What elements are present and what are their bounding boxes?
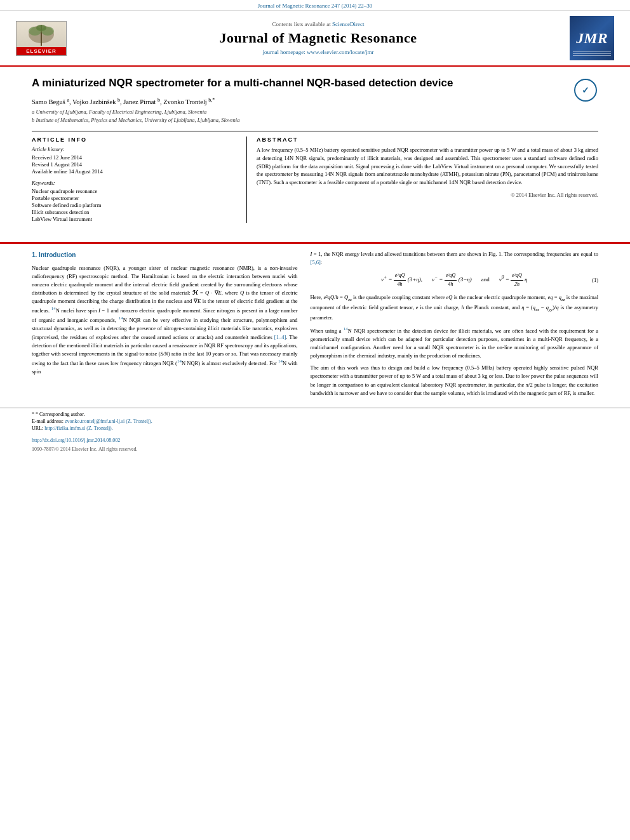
author-janez: Janez Pirnat b, bbox=[123, 98, 163, 105]
intro-para-5: The aim of this work was thus to design … bbox=[311, 364, 598, 397]
url-note: URL: http://fizika.imfm.si (Z. Trontelj)… bbox=[32, 425, 598, 431]
issn-line: 1090-7807/© 2014 Elsevier Inc. All right… bbox=[0, 445, 630, 453]
keyword-2: Portable spectrometer bbox=[32, 195, 237, 201]
email-label: E-mail address: bbox=[32, 418, 64, 424]
journal-citation: Journal of Magnetic Resonance 247 (2014)… bbox=[258, 3, 372, 9]
journal-title: Journal of Magnetic Resonance bbox=[220, 30, 417, 46]
doi-link[interactable]: http://dx.doi.org/10.1016/j.jmr.2014.08.… bbox=[32, 437, 120, 443]
formula-content: ν+ = e²qQ 4h (3+η), ν− = e²qQ 4h (3−η) a… bbox=[381, 272, 527, 288]
header-top: ELSEVIER Contents lists available at Sci… bbox=[0, 11, 630, 65]
corresponding-author-note: * * Corresponding author. bbox=[32, 411, 598, 417]
doi-line: http://dx.doi.org/10.1016/j.jmr.2014.08.… bbox=[0, 436, 630, 445]
footnotes: * * Corresponding author. E-mail address… bbox=[0, 408, 630, 436]
section-divider bbox=[0, 242, 630, 244]
keywords-label: Keywords: bbox=[32, 180, 237, 186]
author-samo: Samo Beguš a, bbox=[32, 98, 72, 105]
keyword-4: Illicit substances detection bbox=[32, 209, 237, 215]
svg-point-4 bbox=[36, 25, 46, 31]
jmr-logo-lines bbox=[573, 50, 611, 57]
contents-text: Contents lists available at bbox=[272, 21, 331, 27]
authors-line: Samo Beguš a, Vojko Jazbinšek b, Janez P… bbox=[32, 97, 598, 105]
keyword-1: Nuclear quadrupole resonance bbox=[32, 188, 237, 194]
body-content: 1. Introduction Nuclear quadrupole reson… bbox=[0, 250, 630, 401]
history-label: Article history: bbox=[32, 146, 237, 152]
copyright-line: © 2014 Elsevier Inc. All rights reserved… bbox=[257, 192, 598, 198]
paper-content: A miniaturized NQR spectrometer for a mu… bbox=[0, 67, 630, 236]
intro-para-4: When using a 14N NQR spectrometer in the… bbox=[311, 326, 598, 361]
formula-1: ν+ = e²qQ 4h (3+η), ν− = e²qQ 4h (3−η) a… bbox=[311, 272, 598, 288]
body-left-column: 1. Introduction Nuclear quadrupole reson… bbox=[32, 250, 298, 401]
article-history: Article history: Received 12 June 2014 R… bbox=[32, 146, 237, 175]
email-note: E-mail address: zvonko.trontelj@fmf.uni-… bbox=[32, 418, 598, 424]
keyword-3: Software defined radio platform bbox=[32, 202, 237, 208]
author-zvonko: Zvonko Trontelj b,* bbox=[163, 98, 215, 105]
available-date: Available online 14 August 2014 bbox=[32, 168, 237, 175]
crossmark-icon bbox=[574, 79, 597, 102]
affiliations: a University of Ljubljana, Faculty of El… bbox=[32, 108, 598, 125]
jmr-logo-container: JMR bbox=[566, 16, 617, 60]
paper-title: A miniaturized NQR spectrometer for a mu… bbox=[32, 76, 598, 90]
abstract-column: ABSTRACT A low frequency (0.5–5 MHz) bat… bbox=[247, 137, 598, 223]
revised-date: Revised 1 August 2014 bbox=[32, 161, 237, 168]
elsevier-logo: ELSEVIER bbox=[16, 21, 67, 56]
formula-term2: ν− = e²qQ 4h (3−η) bbox=[432, 272, 472, 288]
homepage-prefix: journal homepage: bbox=[263, 49, 307, 55]
abstract-heading: ABSTRACT bbox=[257, 137, 598, 143]
elsevier-tree-art bbox=[17, 22, 66, 47]
formula-and: and bbox=[481, 276, 490, 284]
email-address[interactable]: zvonko.trontelj@fmf.uni-lj.si (Z. Tronte… bbox=[65, 418, 152, 424]
crossmark[interactable] bbox=[573, 77, 598, 103]
intro-para-1: Nuclear quadrupole resonance (NQR), a yo… bbox=[32, 264, 298, 377]
formula-term1: ν+ = e²qQ 4h (3+η), bbox=[381, 272, 422, 288]
elsevier-logo-container: ELSEVIER bbox=[13, 16, 70, 60]
affiliation-a: a University of Ljubljana, Faculty of El… bbox=[32, 108, 598, 116]
keywords-section: Keywords: Nuclear quadrupole resonance P… bbox=[32, 180, 237, 222]
jmr-logo-text: JMR bbox=[576, 30, 607, 47]
author-vojko: Vojko Jazbinšek b, bbox=[72, 98, 123, 105]
affiliation-b: b Institute of Mathematics, Physics and … bbox=[32, 116, 598, 124]
abstract-text: A low frequency (0.5–5 MHz) battery oper… bbox=[257, 146, 598, 187]
url-label: URL: bbox=[32, 425, 43, 431]
contents-line: Contents lists available at ScienceDirec… bbox=[272, 21, 365, 27]
jmr-logo: JMR bbox=[570, 16, 614, 60]
article-info-heading: ARTICLE INFO bbox=[32, 137, 237, 143]
intro-section-title: 1. Introduction bbox=[32, 250, 298, 260]
corresponding-label: * Corresponding author. bbox=[36, 411, 85, 417]
header-center: Contents lists available at ScienceDirec… bbox=[76, 16, 560, 60]
keyword-5: LabView Virtual instrument bbox=[32, 216, 237, 222]
intro-para-3: Here, e²qQ/h = Qzz is the quadrupole cou… bbox=[311, 293, 598, 321]
journal-bar: Journal of Magnetic Resonance 247 (2014)… bbox=[0, 0, 630, 11]
header-area: ELSEVIER Contents lists available at Sci… bbox=[0, 11, 630, 67]
url-value[interactable]: http://fizika.imfm.si (Z. Trontelj). bbox=[44, 425, 113, 431]
body-right-column: I = 1, the NQR energy levels and allowed… bbox=[311, 250, 598, 401]
journal-homepage: journal homepage: www.elsevier.com/locat… bbox=[263, 49, 374, 55]
article-info-abstract: ARTICLE INFO Article history: Received 1… bbox=[32, 131, 598, 223]
intro-para-2: I = 1, the NQR energy levels and allowed… bbox=[311, 250, 598, 267]
sciencedirect-link[interactable]: ScienceDirect bbox=[332, 21, 364, 27]
received-date: Received 12 June 2014 bbox=[32, 154, 237, 161]
elsevier-text: ELSEVIER bbox=[17, 47, 66, 55]
formula-term3: ν0 = e²qQ 2h η bbox=[499, 272, 528, 288]
homepage-link[interactable]: www.elsevier.com/locate/jmr bbox=[307, 49, 373, 55]
formula-number: (1) bbox=[592, 276, 598, 284]
article-info-column: ARTICLE INFO Article history: Received 1… bbox=[32, 137, 247, 223]
